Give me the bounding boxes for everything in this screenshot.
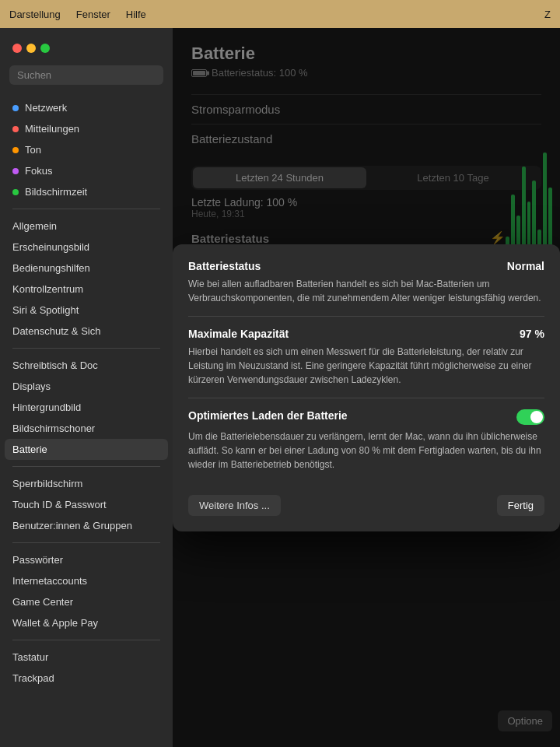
modal-overlay: Batteriestatus Normal Wie bei allen aufl… xyxy=(173,28,560,747)
fokus-icon xyxy=(12,168,19,174)
sidebar-item-fokus[interactable]: Fokus xyxy=(0,160,173,181)
bildschirmzeit-icon xyxy=(12,189,19,195)
sidebar-item-netzwerk[interactable]: Netzwerk xyxy=(0,97,173,118)
search-placeholder: Suchen xyxy=(17,69,51,81)
sidebar-label: Netzwerk xyxy=(25,102,67,114)
sidebar-item-siri[interactable]: Siri & Spotlight xyxy=(0,300,173,321)
modal-text-kapazitaet: Hierbei handelt es sich um einen Messwer… xyxy=(188,345,544,387)
sidebar-item-bildschirmzeit[interactable]: Bildschirmzeit xyxy=(0,181,173,202)
sidebar-item-trackpad[interactable]: Trackpad xyxy=(0,668,173,689)
sidebar-divider-3 xyxy=(12,466,160,467)
menu-darstellung[interactable]: Darstellung xyxy=(9,9,61,20)
sidebar-label: Ton xyxy=(25,144,41,156)
sidebar-item-erscheinungsbild[interactable]: Erscheinungsbild xyxy=(0,237,173,258)
sidebar-item-sperrbildschirm[interactable]: Sperrbildschirm xyxy=(0,473,173,494)
modal-title-batteriestatus: Batteriestatus xyxy=(188,260,261,272)
sidebar-divider-5 xyxy=(12,640,160,640)
search-bar[interactable]: Suchen xyxy=(9,65,163,85)
sidebar-label: Mitteilungen xyxy=(25,123,79,135)
sidebar-item-batterie[interactable]: Batterie xyxy=(5,439,168,460)
modal-section-optimiertes-laden: Optimiertes Laden der Batterie Um die Ba… xyxy=(188,398,544,482)
sidebar-divider-4 xyxy=(12,542,160,543)
modal-value-kapazitaet: 97 % xyxy=(520,328,544,340)
battery-info-modal: Batteriestatus Normal Wie bei allen aufl… xyxy=(173,244,560,531)
sidebar-item-benutzer[interactable]: Benutzer:innen & Gruppen xyxy=(0,515,173,536)
traffic-lights xyxy=(0,37,173,65)
sidebar-item-bildschirmschoner[interactable]: Bildschirmschoner xyxy=(0,418,173,439)
modal-footer: Weitere Infos ... Fertig xyxy=(188,495,544,516)
close-button[interactable] xyxy=(12,44,22,53)
sidebar-item-internetaccounts[interactable]: Internetaccounts xyxy=(0,570,173,591)
modal-value-batteriestatus: Normal xyxy=(507,260,544,272)
modal-text-batteriestatus: Wie bei allen aufladbaren Batterien hand… xyxy=(188,277,544,305)
sidebar-item-ton[interactable]: Ton xyxy=(0,139,173,160)
menubar-right: Z xyxy=(544,9,551,20)
sidebar-item-allgemein[interactable]: Allgemein xyxy=(0,216,173,237)
sidebar-item-tastatur[interactable]: Tastatur xyxy=(0,647,173,668)
modal-section-kapazitaet: Maximale Kapazität 97 % Hierbei handelt … xyxy=(188,316,544,398)
sidebar-item-displays[interactable]: Displays xyxy=(0,376,173,397)
modal-text-optimiertes-laden: Um die Batterielebensdauer zu verlängern… xyxy=(188,430,544,472)
modal-title-kapazitaet: Maximale Kapazität xyxy=(188,328,289,340)
sidebar-label: Bildschirmzeit xyxy=(25,186,87,198)
sidebar-divider-2 xyxy=(12,348,160,349)
sidebar-label: Fokus xyxy=(25,165,52,177)
weitere-infos-button[interactable]: Weitere Infos ... xyxy=(188,495,281,516)
optimiertes-laden-toggle[interactable] xyxy=(516,409,544,425)
menu-hilfe[interactable]: Hilfe xyxy=(126,9,146,20)
modal-section-header-1: Batteriestatus Normal xyxy=(188,260,544,272)
sidebar-item-hintergrundbild[interactable]: Hintergrundbild xyxy=(0,397,173,418)
sidebar-item-wallet[interactable]: Wallet & Apple Pay xyxy=(0,612,173,633)
modal-section-header-2: Maximale Kapazität 97 % xyxy=(188,328,544,340)
sidebar-item-schreibtisch[interactable]: Schreibtisch & Doc xyxy=(0,355,173,376)
netzwerk-icon xyxy=(12,105,19,111)
mitteilungen-icon xyxy=(12,126,19,132)
sidebar-item-kontrollzentrum[interactable]: Kontrollzentrum xyxy=(0,279,173,300)
sidebar-divider xyxy=(12,209,160,209)
fertig-button[interactable]: Fertig xyxy=(497,495,544,516)
modal-section-batteriestatus: Batteriestatus Normal Wie bei allen aufl… xyxy=(188,260,544,316)
sidebar-item-mitteilungen[interactable]: Mitteilungen xyxy=(0,118,173,139)
main-layout: Suchen Netzwerk Mitteilungen Ton Fokus B… xyxy=(0,28,560,747)
sidebar-item-touchid[interactable]: Touch ID & Passwort xyxy=(0,494,173,515)
menubar: Darstellung Fenster Hilfe Z xyxy=(0,0,560,28)
sidebar-item-bedienungshilfen[interactable]: Bedienungshilfen xyxy=(0,258,173,279)
sidebar-item-gamecenter[interactable]: Game Center xyxy=(0,591,173,612)
maximize-button[interactable] xyxy=(40,44,50,53)
minimize-button[interactable] xyxy=(26,44,36,53)
content-area: Batterie Batteriestatus: 100 % Stromspar… xyxy=(173,28,560,747)
modal-section-header-3: Optimiertes Laden der Batterie xyxy=(188,409,544,425)
sidebar-item-datenschutz[interactable]: Datenschutz & Sich xyxy=(0,321,173,342)
modal-title-optimiertes-laden: Optimiertes Laden der Batterie xyxy=(188,409,348,422)
ton-icon xyxy=(12,147,19,153)
sidebar: Suchen Netzwerk Mitteilungen Ton Fokus B… xyxy=(0,28,173,747)
sidebar-item-passwoerter[interactable]: Passwörter xyxy=(0,549,173,570)
menu-fenster[interactable]: Fenster xyxy=(76,9,110,20)
